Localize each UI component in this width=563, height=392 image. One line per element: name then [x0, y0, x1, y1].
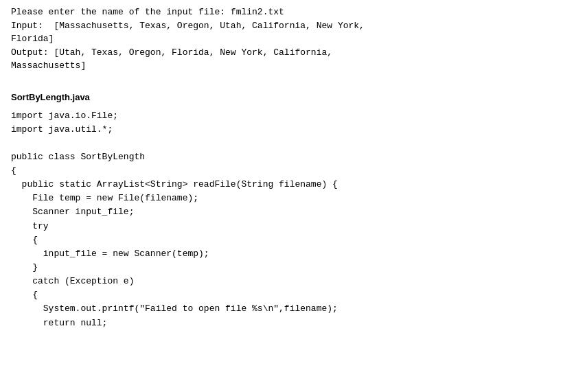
class-declaration: public class SortByLength — [11, 150, 552, 164]
scanner-declaration: Scanner input_file; — [11, 205, 552, 219]
printf-line: System.out.printf("Failed to open file %… — [11, 302, 552, 316]
method-declaration: public static ArrayList<String> readFile… — [11, 178, 552, 192]
prompt-line: Please enter the name of the input file:… — [11, 5, 552, 19]
import-line-1: import java.io.File; — [11, 109, 552, 123]
blank-line-1 — [11, 137, 552, 150]
close-brace-try: } — [11, 261, 552, 275]
input-line1: Input: [Massachusetts, Texas, Oregon, Ut… — [11, 19, 552, 33]
spacer — [11, 84, 552, 92]
terminal-output: Please enter the name of the input file:… — [11, 5, 552, 73]
output-line1: Output: [Utah, Texas, Oregon, Florida, N… — [11, 46, 552, 60]
output-line2: Massachusetts] — [11, 59, 552, 73]
open-brace-class: { — [11, 164, 552, 178]
open-brace-catch: { — [11, 288, 552, 302]
scanner-assign: input_file = new Scanner(temp); — [11, 247, 552, 261]
try-keyword: try — [11, 220, 552, 233]
file-temp-line: File temp = new File(filename); — [11, 192, 552, 205]
code-block: import java.io.File; import java.util.*;… — [11, 109, 552, 330]
return-null: return null; — [11, 316, 552, 330]
import-line-2: import java.util.*; — [11, 123, 552, 137]
catch-keyword: catch (Exception e) — [11, 275, 552, 288]
input-line2: Florida] — [11, 32, 552, 46]
file-title: SortByLength.java — [11, 92, 552, 102]
open-brace-try: { — [11, 233, 552, 247]
